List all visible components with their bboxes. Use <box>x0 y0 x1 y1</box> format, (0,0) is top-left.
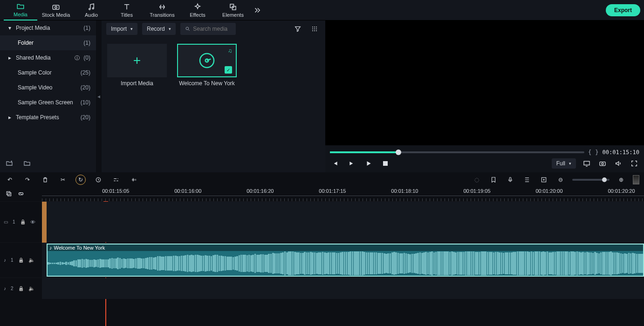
tab-label: Effects <box>190 12 205 18</box>
svg-point-6 <box>186 27 189 30</box>
svg-point-12 <box>316 28 317 29</box>
mixer-button[interactable] <box>522 175 532 185</box>
svg-point-10 <box>312 28 313 29</box>
lock-icon[interactable] <box>20 219 26 224</box>
tab-label: Stock Media <box>42 12 70 18</box>
audio-track-2[interactable]: ♪ 2 <box>0 278 644 299</box>
track-copy-button[interactable] <box>6 190 12 198</box>
svg-point-11 <box>314 28 315 29</box>
preview-scrubber[interactable] <box>330 151 584 153</box>
sidebar-item-sample-green-screen[interactable]: Sample Green Screen (10) <box>0 95 96 110</box>
redo-button[interactable]: ↷ <box>22 175 33 185</box>
export-button[interactable]: Export <box>606 4 640 16</box>
import-media-tile[interactable]: + Import Media <box>107 44 167 87</box>
svg-point-8 <box>314 27 315 27</box>
track-number: 1 <box>13 219 15 224</box>
music-icon: ♫ <box>228 48 232 54</box>
timeline-panel: ↶ ↷ ✂ ↻ ◌ ⊖ ⊕ <box>0 172 644 326</box>
stop-button[interactable] <box>380 158 391 169</box>
timeline-ruler[interactable]: 00:01:15:05 00:01:16:00 00:01:16:20 00:0… <box>42 187 644 201</box>
tile-label: Import Media <box>121 80 153 87</box>
preview-quality-dropdown[interactable]: Full ▾ <box>552 158 576 169</box>
display-button[interactable] <box>582 158 592 169</box>
media-tile-welcome-to-new-york[interactable]: ♫ ✓ Welcome To New York <box>177 44 237 87</box>
next-frame-button[interactable] <box>347 158 357 169</box>
video-track-1[interactable]: ▭ 1 <box>0 201 644 242</box>
lock-icon[interactable] <box>18 258 24 263</box>
disc-icon <box>198 51 216 70</box>
eye-icon[interactable] <box>30 219 35 225</box>
speaker-icon[interactable] <box>28 257 35 263</box>
tab-transitions[interactable]: Transitions <box>145 0 179 20</box>
chevron-right-icon: ▸ <box>7 114 12 121</box>
adjust-button[interactable] <box>111 175 121 185</box>
svg-point-14 <box>314 30 315 31</box>
svg-rect-18 <box>584 161 589 165</box>
tab-elements[interactable]: Elements <box>216 0 250 20</box>
zoom-slider[interactable] <box>572 179 610 181</box>
audio-clip-welcome-to-new-york[interactable]: ♪ Welcome To New York <box>47 244 644 277</box>
search-input[interactable] <box>193 26 231 32</box>
auto-ripple-button[interactable]: ↻ <box>75 175 86 185</box>
svg-point-3 <box>92 7 94 9</box>
zoom-in-button[interactable]: ⊕ <box>616 175 626 185</box>
sidebar-item-sample-video[interactable]: Sample Video (20) <box>0 80 96 95</box>
sidebar-item-folder[interactable]: Folder (1) <box>0 35 96 50</box>
split-button[interactable]: ✂ <box>58 175 68 185</box>
lock-icon[interactable] <box>18 286 24 291</box>
tab-stock-media[interactable]: Stock Media <box>39 0 73 20</box>
tab-effects[interactable]: Effects <box>181 0 214 20</box>
tab-media[interactable]: Media <box>4 0 37 20</box>
preview-canvas[interactable] <box>325 20 644 145</box>
render-button[interactable]: ◌ <box>472 175 482 185</box>
svg-point-13 <box>312 30 313 31</box>
speaker-icon[interactable] <box>28 285 35 292</box>
info-icon: ⓘ <box>75 54 80 61</box>
delete-button[interactable] <box>40 175 50 185</box>
track-link-button[interactable] <box>18 190 24 198</box>
svg-point-20 <box>602 163 603 165</box>
voiceover-button[interactable] <box>505 175 515 185</box>
track-number: 2 <box>11 286 14 291</box>
audio-track-icon: ♪ <box>4 286 6 291</box>
marker-button[interactable] <box>488 175 499 185</box>
sidebar-item-project-media[interactable]: ▾ Project Media (1) <box>0 20 96 35</box>
scope-button[interactable] <box>633 175 639 184</box>
sidebar-collapse-toggle[interactable]: ◂ <box>96 20 102 172</box>
snapshot-button[interactable] <box>597 158 608 169</box>
undo-button[interactable]: ↶ <box>5 175 15 185</box>
camera-icon <box>52 3 60 11</box>
video-track-icon: ▭ <box>4 219 8 224</box>
tab-titles[interactable]: Titles <box>110 0 144 20</box>
keyframe-button[interactable] <box>539 175 549 185</box>
sparkle-icon <box>193 3 202 11</box>
fullscreen-button[interactable] <box>629 158 639 169</box>
open-folder-button[interactable] <box>23 160 31 169</box>
grid-view-button[interactable] <box>308 23 321 35</box>
audio-track-icon: ♪ <box>4 258 6 263</box>
tab-label: Audio <box>85 12 98 18</box>
search-media-field[interactable] <box>180 23 236 35</box>
video-gap-marker <box>42 202 47 243</box>
more-tabs-button[interactable] <box>252 0 263 20</box>
tab-audio[interactable]: Audio <box>75 0 108 20</box>
svg-point-24 <box>543 179 544 180</box>
filter-button[interactable] <box>292 23 304 35</box>
prev-frame-button[interactable] <box>330 158 340 169</box>
svg-point-2 <box>89 8 90 10</box>
sidebar-item-shared-media[interactable]: ▸ Shared Media ⓘ (0) <box>0 50 96 65</box>
music-icon: ♪ <box>49 245 52 251</box>
new-folder-button[interactable] <box>6 160 13 169</box>
record-dropdown[interactable]: Record ▾ <box>142 23 176 35</box>
speed-button[interactable] <box>93 175 103 185</box>
audio-stretch-button[interactable] <box>129 175 139 185</box>
svg-rect-0 <box>53 5 59 9</box>
sidebar-item-template-presets[interactable]: ▸ Template Presets (20) <box>0 110 96 125</box>
sidebar-item-sample-color[interactable]: Sample Color (25) <box>0 65 96 80</box>
volume-button[interactable] <box>613 158 623 169</box>
svg-rect-23 <box>541 177 546 182</box>
import-dropdown[interactable]: Import ▾ <box>106 23 137 35</box>
zoom-out-button[interactable]: ⊖ <box>555 175 566 185</box>
play-button[interactable] <box>363 158 374 169</box>
audio-track-1[interactable]: ♪ 1 ♪ Welcome To New York <box>0 242 644 278</box>
